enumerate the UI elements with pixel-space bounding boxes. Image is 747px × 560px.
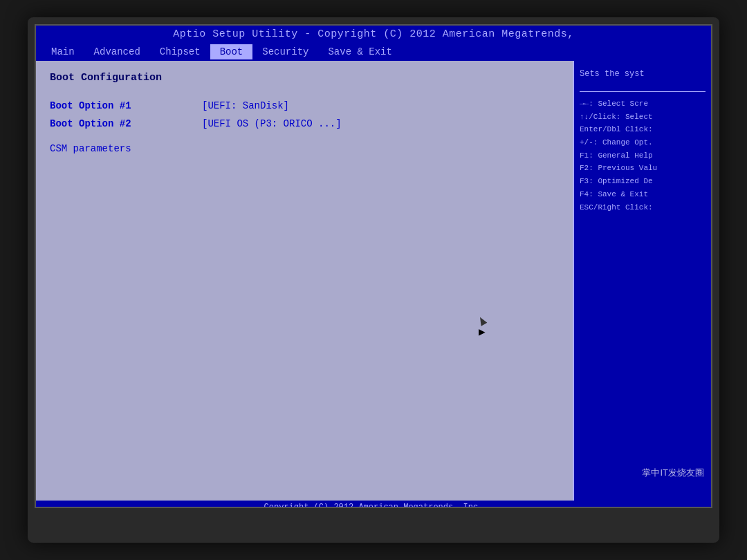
bottom-bar: Copyright (C) 2012 American Megatrends, …: [36, 501, 711, 508]
watermark: 掌中IT发烧友圈: [642, 467, 704, 479]
key-help-line-5: F2: Previous Valu: [580, 162, 706, 175]
key-help-line-2: Enter/Dbl Click:: [580, 123, 706, 136]
section-title: Boot Configuration: [50, 72, 559, 84]
right-panel: Sets the syst →←: Select Scre ↑↓/Click: …: [573, 61, 711, 501]
title-bar: Aptio Setup Utility - Copyright (C) 2012…: [36, 26, 711, 43]
nav-main[interactable]: Main: [42, 44, 84, 59]
boot-option-1-label: Boot Option #1: [50, 100, 202, 111]
nav-boot[interactable]: Boot: [210, 44, 253, 59]
bios-screen: Aptio Setup Utility - Copyright (C) 2012…: [35, 24, 712, 508]
mouse-cursor: ▶: [479, 317, 487, 329]
key-help-line-0: →←: Select Scre: [580, 97, 706, 111]
bottom-bar-text: Copyright (C) 2012 American Megatrends, …: [264, 503, 483, 508]
key-help-line-7: F4: Save & Exit: [580, 188, 706, 201]
nav-save-exit[interactable]: Save & Exit: [318, 44, 401, 59]
boot-option-1-value: [UEFI: SanDisk]: [202, 100, 289, 111]
key-help-line-1: ↑↓/Click: Select: [580, 111, 706, 124]
boot-option-2-value: [UEFI OS (P3: ORICO ...]: [202, 118, 342, 129]
title-text: Aptio Setup Utility - Copyright (C) 2012…: [173, 28, 574, 40]
boot-option-1[interactable]: Boot Option #1 [UEFI: SanDisk]: [50, 100, 559, 111]
key-help: →←: Select Scre ↑↓/Click: Select Enter/D…: [580, 97, 706, 214]
key-help-line-4: F1: General Help: [580, 149, 706, 162]
nav-chipset[interactable]: Chipset: [150, 44, 210, 59]
nav-advanced[interactable]: Advanced: [84, 44, 150, 59]
watermark-text: 掌中IT发烧友圈: [642, 467, 704, 478]
left-panel: Boot Configuration Boot Option #1 [UEFI:…: [36, 61, 573, 501]
nav-bar: Main Advanced Chipset Boot Security Save…: [36, 43, 711, 61]
key-help-line-8: ESC/Right Click:: [580, 201, 706, 214]
boot-option-2[interactable]: Boot Option #2 [UEFI OS (P3: ORICO ...]: [50, 118, 559, 129]
key-help-line-6: F3: Optimized De: [580, 175, 706, 188]
key-help-line-3: +/-: Change Opt.: [580, 136, 706, 149]
boot-option-2-label: Boot Option #2: [50, 118, 202, 129]
help-description: Sets the syst: [580, 68, 706, 80]
nav-security[interactable]: Security: [252, 44, 318, 59]
content-area: Boot Configuration Boot Option #1 [UEFI:…: [36, 61, 711, 501]
monitor-outer: Aptio Setup Utility - Copyright (C) 2012…: [28, 17, 719, 543]
csm-parameters[interactable]: CSM parameters: [50, 143, 559, 154]
divider: [580, 91, 706, 92]
